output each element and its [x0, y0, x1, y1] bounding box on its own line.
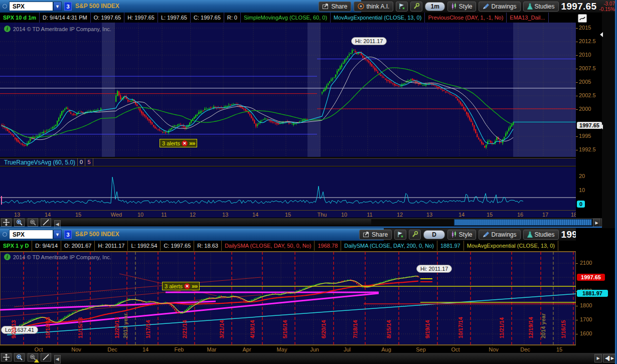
flask-icon	[527, 231, 533, 238]
time-axis-label: 11	[363, 212, 377, 218]
pan-tool-button[interactable]	[1, 218, 12, 227]
scroll-right-button[interactable]: ▶	[594, 354, 602, 362]
top-chart-controls-row: ◀ ▶ ◀▌▶	[0, 218, 617, 227]
quick-settings-button[interactable]	[410, 2, 422, 12]
drawing-line-button[interactable]	[41, 353, 51, 361]
detach-chart-icon[interactable]	[578, 14, 587, 23]
price-axis-label: 1700	[580, 316, 592, 322]
symbol-dropdown-icon[interactable]: ▼	[53, 2, 62, 11]
data-line-cell: SPX 10 d 1m	[0, 13, 40, 23]
axis-tick	[576, 320, 578, 320]
expiry-date-label: 9/20/13	[11, 320, 17, 338]
price-change: -3.07 -0.15%	[599, 1, 615, 12]
study-param-box: 0	[77, 158, 85, 166]
time-axis-label: 13	[10, 212, 24, 218]
style-button[interactable]: Style	[447, 230, 477, 240]
top-chart-canvas[interactable]	[0, 23, 576, 157]
watchlist-count-badge[interactable]: 3	[64, 2, 72, 11]
scrollbar-thumb[interactable]	[454, 219, 592, 226]
quick-settings-button[interactable]	[409, 230, 421, 240]
symbol-description: S&P 500 INDEX	[75, 228, 119, 241]
wrench-icon	[413, 3, 420, 10]
data-line-cell: 1968.78	[315, 241, 341, 251]
share-button[interactable]: Share	[359, 230, 392, 240]
timeframe-button[interactable]: D	[423, 230, 445, 239]
top-data-line: SPX 10 d 1mD: 9/4/14 4:31 PMO: 1997.65H:…	[0, 13, 576, 23]
year-label: 2014 year	[540, 313, 546, 338]
top-price-axis[interactable]: 20152012.520102007.520052002.52000199519…	[576, 23, 602, 228]
dismiss-alert-icon[interactable]: ✕	[184, 283, 190, 289]
watchlist-count-badge[interactable]: 3	[64, 230, 72, 239]
expand-horizontal-icon[interactable]: ◀▌▶	[603, 354, 616, 362]
axis-tick	[576, 263, 578, 264]
scroll-right-button[interactable]: ▶	[593, 219, 600, 227]
dismiss-alert-icon[interactable]: ✕	[182, 140, 188, 146]
session-break-band	[102, 23, 115, 157]
drawings-button[interactable]: Drawings	[479, 230, 520, 240]
zoom-in-button[interactable]	[14, 353, 25, 361]
symbol-input[interactable]: SPX	[9, 230, 53, 239]
low-marker-badge: Lo: 1637.41	[1, 326, 38, 334]
axis-tick	[576, 306, 578, 306]
timeframe-button[interactable]: 1m	[425, 2, 444, 11]
session-break-band	[307, 23, 321, 157]
price-axis-label: 2100	[580, 260, 592, 266]
flag-tool-button[interactable]	[396, 2, 408, 12]
alerts-chevrons-icon: »»	[192, 283, 197, 290]
drawings-button[interactable]: Drawings	[479, 2, 520, 12]
trendline	[7, 294, 576, 335]
think-ai-button[interactable]: think A.I.	[354, 2, 393, 12]
studies-button[interactable]: Studies	[523, 2, 559, 12]
axis-tick	[576, 96, 578, 96]
time-axis-label: 14	[41, 212, 55, 218]
sma200-badge: 1881.97	[577, 290, 608, 297]
data-line-cell: EMA13_Dail...	[507, 13, 548, 23]
zoom-out-button[interactable]	[28, 218, 38, 227]
time-axis-label: Feb	[171, 346, 187, 352]
study-canvas[interactable]	[0, 167, 576, 210]
data-line-cell: L: 1992.54	[128, 241, 161, 251]
data-line-cell: PreviousClose (DAY, 1, -1, No)	[425, 13, 507, 23]
time-axis-label: 12	[393, 212, 407, 218]
studies-button[interactable]: Studies	[523, 230, 559, 240]
alerts-flag[interactable]: 3 alerts ✕ »»	[162, 282, 200, 290]
link-ring-icon[interactable]	[3, 232, 7, 237]
zoom-in-button[interactable]	[14, 218, 25, 227]
axis-tick	[576, 136, 578, 137]
axis-tick	[576, 55, 578, 56]
price-axis-label: 2010	[579, 52, 591, 58]
last-price: 1997.65	[561, 1, 597, 12]
collapse-left-icon[interactable]: ◀	[54, 355, 61, 363]
alerts-flag[interactable]: 3 alerts ✕ »»	[160, 139, 197, 147]
drawing-line-button[interactable]	[41, 218, 51, 227]
pencil-icon	[483, 232, 489, 238]
pan-tool-button[interactable]	[1, 353, 12, 361]
time-axis-label: 15	[281, 212, 295, 218]
bottom-chart-canvas[interactable]	[0, 252, 576, 345]
symbol-input[interactable]: SPX	[9, 2, 53, 11]
tab-scroll-notch-icon[interactable]	[600, 124, 603, 129]
expiry-date-label: 11/21/14	[499, 317, 505, 338]
share-button[interactable]: Share	[319, 2, 351, 12]
study-title[interactable]: TrueRangeVsAvg (60, 5.0)	[0, 159, 75, 166]
time-axis-label: 14	[137, 346, 153, 352]
data-line-cell: MovAvgExponential (CLOSE, 13, 0)	[464, 241, 558, 251]
time-axis-label: Wed	[109, 212, 123, 218]
link-ring-icon[interactable]	[3, 4, 7, 9]
price-axis-label: 2012.5	[579, 38, 596, 44]
price-axis-label: 2007.5	[579, 65, 596, 71]
top-time-axis[interactable]: 131415Wed101112131415Thu1011121314151617…	[0, 210, 576, 218]
time-axis-label: Oct	[31, 346, 47, 352]
tab-scroll-notch-icon[interactable]	[600, 32, 603, 37]
data-line-cell: H: 2011.17	[95, 241, 128, 251]
section-divider[interactable]	[0, 227, 617, 228]
flag-tool-button[interactable]	[394, 230, 406, 240]
flask-icon	[527, 3, 533, 10]
time-axis-label: 11	[157, 212, 171, 218]
data-line-cell: D: 9/4/14 4:31 PM	[40, 13, 91, 23]
symbol-dropdown-icon[interactable]: ▼	[53, 230, 62, 239]
style-button[interactable]: Style	[447, 2, 477, 12]
data-line-cell: R: 18.63	[194, 241, 222, 251]
bottom-price-axis[interactable]: 210019001800170016001997.651881.97	[576, 228, 617, 364]
bottom-time-axis[interactable]: OctNovDec14FebMarAprMayJunJulAugSepOctNo…	[0, 345, 576, 352]
